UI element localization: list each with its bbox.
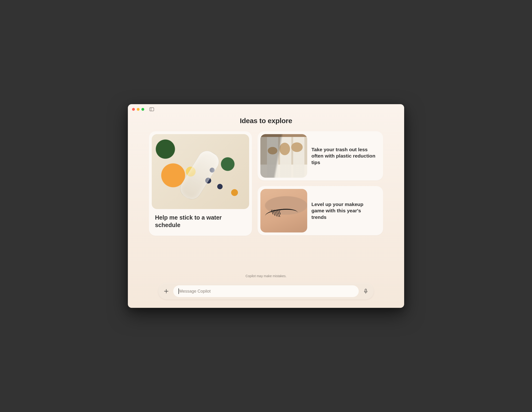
message-input-placeholder: Message Copilot [179,289,211,294]
svg-rect-4 [365,289,366,292]
svg-rect-0 [150,108,154,111]
add-button[interactable] [162,287,171,296]
message-input[interactable]: Message Copilot [173,285,359,297]
suggestion-card-water[interactable]: Help me stick to a water schedule [149,131,252,236]
mic-icon [363,289,368,294]
suggestion-card-water-title: Help me stick to a water schedule [152,209,249,230]
sidebar-toggle-icon [149,107,154,111]
fullscreen-window-button[interactable] [142,108,144,111]
window-controls [132,108,144,111]
titlebar [128,104,404,114]
suggestion-card-trash[interactable]: Take your trash out less often with plas… [257,131,383,180]
close-window-button[interactable] [132,108,135,111]
suggestion-card-makeup-title: Level up your makeup game with this year… [311,201,380,220]
minimize-window-button[interactable] [137,108,140,111]
suggestion-card-makeup-image [260,189,307,233]
plus-icon [164,289,169,294]
text-caret [178,288,179,294]
suggestion-card-water-image [152,134,249,209]
page-title: Ideas to explore [128,117,404,125]
composer-area: Message Copilot [128,283,404,308]
suggestion-card-trash-title: Take your trash out less often with plas… [311,146,380,166]
suggestion-card-trash-image [260,134,307,178]
sidebar-toggle-button[interactable] [149,107,154,111]
suggestion-card-makeup[interactable]: Level up your makeup game with this year… [257,186,383,235]
suggestion-cards: Help me stick to a water schedule Take y… [128,131,404,236]
app-window: Ideas to explore Help me stick to a wate… [128,104,404,308]
disclaimer-text: Copilot may make mistakes. [128,274,404,278]
composer: Message Copilot [158,283,374,300]
suggestion-side-column: Take your trash out less often with plas… [257,131,383,236]
mic-button[interactable] [361,287,370,296]
